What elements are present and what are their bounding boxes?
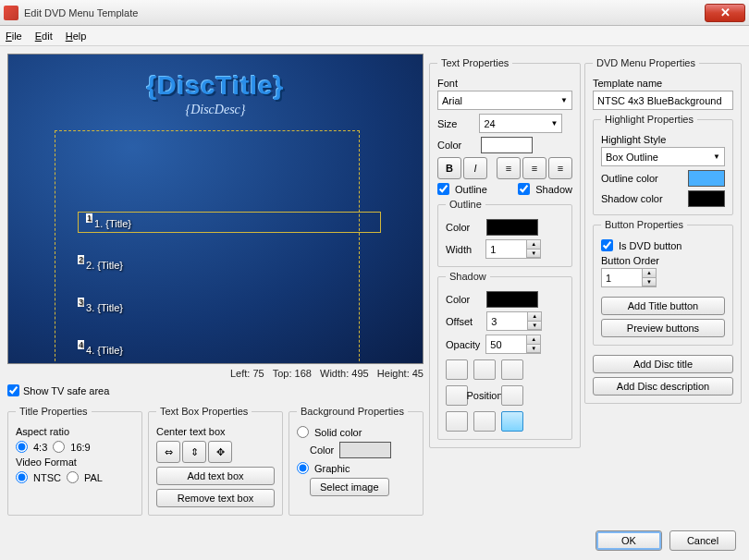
- pos-tr[interactable]: [501, 359, 523, 380]
- button-properties-group: Button Properties Is DVD button Button O…: [593, 219, 733, 346]
- background-properties-group: Background Properties Solid color Color …: [289, 406, 424, 516]
- remove-textbox-button[interactable]: Remove text box: [156, 489, 275, 507]
- aspect-43-radio[interactable]: [16, 441, 28, 453]
- text-properties-group: Text Properties Font Arial▼ Size 24▼ Col…: [429, 57, 581, 448]
- position-grid: Position: [446, 359, 564, 432]
- text-color-swatch[interactable]: [481, 137, 533, 153]
- highlight-properties-group: Highlight Properties Highlight Style Box…: [593, 114, 733, 215]
- pos-bl[interactable]: [446, 411, 468, 432]
- title-row-4[interactable]: 44. {Title}: [78, 339, 123, 359]
- outline-width-spinner[interactable]: ▲▼: [485, 239, 541, 259]
- outline-color-swatch[interactable]: [486, 219, 538, 236]
- selection-box[interactable]: [55, 130, 360, 364]
- template-name-input[interactable]: [593, 91, 733, 110]
- pal-radio[interactable]: [67, 471, 79, 483]
- dvd-menu-properties-group: DVD Menu Properties Template name Highli…: [584, 57, 742, 404]
- select-image-button[interactable]: Select image: [310, 478, 389, 496]
- center-both-button[interactable]: ✥: [208, 441, 232, 463]
- add-disc-desc-button[interactable]: Add Disc description: [593, 377, 733, 396]
- is-dvd-checkbox[interactable]: [601, 239, 613, 251]
- highlight-outline-color[interactable]: [688, 170, 725, 187]
- ntsc-radio[interactable]: [16, 471, 28, 483]
- close-button[interactable]: ✕: [705, 4, 745, 22]
- show-tv-label: Show TV safe area: [23, 385, 109, 396]
- preview-buttons-button[interactable]: Preview buttons: [601, 319, 725, 337]
- menu-edit[interactable]: Edit: [35, 30, 53, 42]
- shadow-color-swatch[interactable]: [486, 291, 538, 308]
- show-tv-checkbox[interactable]: [7, 384, 19, 396]
- align-right-button[interactable]: ≡: [548, 157, 572, 179]
- pos-br[interactable]: [501, 411, 523, 432]
- title-row-1[interactable]: 11. {Title}: [78, 212, 381, 233]
- pos-tc[interactable]: [473, 359, 496, 380]
- add-textbox-button[interactable]: Add text box: [156, 467, 275, 485]
- shadow-group: Shadow Color Offset ▲▼ Opacity ▲▼ Positi…: [437, 271, 572, 440]
- pos-tl[interactable]: [446, 359, 468, 380]
- pos-mr[interactable]: [501, 385, 523, 406]
- highlight-style-dropdown[interactable]: Box Outline▼: [601, 147, 725, 166]
- disc-desc[interactable]: {DiscDesc}: [8, 103, 423, 117]
- add-disc-title-button[interactable]: Add Disc title: [593, 355, 733, 373]
- add-title-button[interactable]: Add Title button: [601, 297, 725, 315]
- italic-button[interactable]: I: [463, 157, 487, 179]
- shadow-opacity-spinner[interactable]: ▲▼: [485, 335, 541, 354]
- position-label: Position: [473, 385, 496, 406]
- titlebar: Edit DVD Menu Template ✕: [0, 0, 749, 26]
- status-line: Left: 75 Top: 168 Width: 495 Height: 45: [7, 368, 424, 379]
- align-center-button[interactable]: ≡: [522, 157, 546, 179]
- title-properties-group: Title Properties Aspect ratio 4:3 16:9 V…: [7, 406, 142, 516]
- menubar: File Edit Help: [0, 26, 749, 46]
- bg-color-swatch[interactable]: [339, 442, 391, 458]
- bold-button[interactable]: B: [437, 157, 461, 179]
- shadow-checkbox[interactable]: [518, 183, 530, 195]
- disc-title[interactable]: {DiscTitle}: [8, 71, 423, 101]
- shadow-offset-spinner[interactable]: ▲▼: [486, 311, 542, 331]
- menu-file[interactable]: File: [6, 30, 22, 42]
- cancel-button[interactable]: Cancel: [669, 530, 736, 551]
- outline-group: Outline Color Width ▲▼: [437, 199, 572, 267]
- center-v-button[interactable]: ⇕: [182, 441, 206, 463]
- title-row-2[interactable]: 22. {Title}: [78, 254, 123, 274]
- menu-help[interactable]: Help: [66, 30, 87, 42]
- window-title: Edit DVD Menu Template: [24, 7, 705, 18]
- pos-ml[interactable]: [446, 385, 468, 406]
- app-icon: [4, 6, 18, 20]
- highlight-shadow-color[interactable]: [688, 190, 725, 207]
- textbox-properties-group: Text Box Properties Center text box ⇔ ⇕ …: [148, 406, 283, 516]
- center-h-button[interactable]: ⇔: [156, 441, 180, 463]
- preview-canvas[interactable]: {DiscTitle} {DiscDesc} 11. {Title} 22. {…: [7, 54, 424, 364]
- font-dropdown[interactable]: Arial▼: [437, 91, 572, 110]
- aspect-169-radio[interactable]: [53, 441, 65, 453]
- outline-checkbox[interactable]: [437, 183, 449, 195]
- size-dropdown[interactable]: 24▼: [479, 114, 562, 133]
- bg-graphic-radio[interactable]: [297, 462, 309, 474]
- ok-button[interactable]: OK: [596, 530, 662, 551]
- title-row-3[interactable]: 33. {Title}: [78, 297, 123, 316]
- align-left-button[interactable]: ≡: [497, 157, 521, 179]
- bg-solid-radio[interactable]: [297, 426, 309, 438]
- pos-bc[interactable]: [473, 411, 496, 432]
- button-order-spinner[interactable]: ▲▼: [601, 268, 657, 287]
